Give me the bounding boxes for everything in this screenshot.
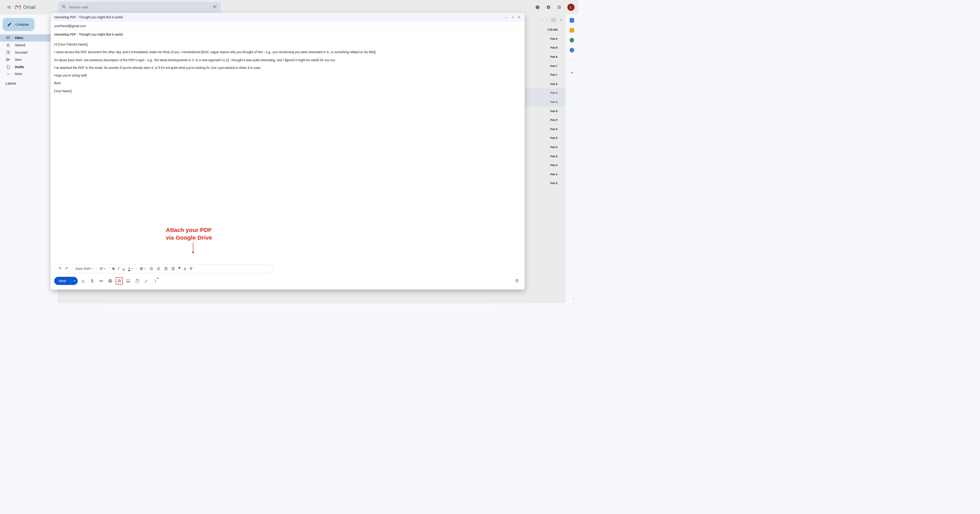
- mail-date: Feb 5: [550, 127, 562, 131]
- clock-icon: [6, 51, 10, 55]
- confidential-mode-button[interactable]: [134, 277, 141, 285]
- font-family-select[interactable]: Sans Serif▼: [75, 267, 93, 270]
- gmail-logo[interactable]: Gmail: [15, 3, 36, 11]
- image-icon: [126, 279, 131, 283]
- chevron-down-icon: [6, 72, 10, 76]
- sidebar-item-starred[interactable]: Starred: [0, 42, 55, 49]
- insert-link-button[interactable]: [98, 277, 105, 285]
- trash-icon: [515, 279, 519, 283]
- pagination-next[interactable]: ›: [546, 18, 547, 21]
- undo-button[interactable]: [57, 267, 62, 271]
- align-button[interactable]: ▼: [139, 267, 146, 271]
- keep-addon-icon[interactable]: [570, 28, 574, 33]
- annotation-arrow-icon: [193, 243, 193, 253]
- lock-icon: [135, 279, 139, 283]
- pen-icon: [144, 279, 149, 283]
- search-options-icon[interactable]: [212, 5, 217, 10]
- minimize-button[interactable]: —: [504, 16, 508, 19]
- strikethrough-button[interactable]: S: [184, 267, 186, 271]
- mail-date: Feb 5: [550, 155, 562, 158]
- get-addons-button[interactable]: +: [570, 70, 573, 75]
- insert-emoji-button[interactable]: [106, 277, 114, 285]
- search-icon: [62, 5, 66, 10]
- close-button[interactable]: ✕: [517, 16, 521, 19]
- annotation-callout: Attach your PDF via Google Drive: [166, 226, 212, 241]
- file-icon: [6, 65, 10, 69]
- discard-draft-button[interactable]: [514, 277, 521, 285]
- mail-date: Feb 5: [550, 145, 562, 148]
- bulleted-list-button[interactable]: [157, 267, 161, 271]
- mail-date: Feb 3: [550, 182, 562, 185]
- mail-date: Feb 6: [550, 109, 562, 113]
- hamburger-icon: [7, 5, 11, 10]
- compose-label: Compose: [15, 23, 29, 26]
- compose-dialog-title: Interesting PDF - Thought you might find…: [54, 16, 123, 19]
- input-tools-icon[interactable]: あ: [551, 18, 556, 22]
- support-button[interactable]: [533, 3, 542, 12]
- input-tools-dropdown[interactable]: ▼: [560, 19, 562, 21]
- google-drive-icon: [117, 279, 121, 283]
- subject-row[interactable]: [51, 30, 524, 39]
- compose-dialog-header[interactable]: Interesting PDF - Thought you might find…: [51, 13, 524, 22]
- inbox-icon: [6, 36, 10, 40]
- pencil-icon: [7, 22, 12, 27]
- recipient-chip[interactable]: yourfriend@gmail.com: [54, 24, 86, 28]
- search-bar[interactable]: [58, 2, 221, 13]
- underline-button[interactable]: U: [122, 267, 125, 271]
- formatting-options-button[interactable]: A: [79, 277, 87, 285]
- gmail-logo-text: Gmail: [23, 4, 35, 10]
- main-menu-button[interactable]: [3, 2, 14, 13]
- indent-more-button[interactable]: [171, 267, 175, 271]
- contacts-addon-icon[interactable]: [570, 48, 574, 52]
- account-avatar[interactable]: L: [567, 3, 575, 11]
- compose-action-row: Send ▼ A: [51, 276, 524, 289]
- remove-formatting-button[interactable]: [189, 267, 193, 271]
- fullscreen-toggle-button[interactable]: ⤢: [511, 16, 515, 19]
- insert-photo-button[interactable]: [124, 277, 132, 285]
- mail-date: Feb 5: [550, 118, 562, 121]
- quote-button[interactable]: ❞: [178, 266, 181, 271]
- subject-input[interactable]: [54, 33, 521, 36]
- bold-button[interactable]: B: [112, 267, 115, 271]
- compose-button[interactable]: Compose: [3, 18, 34, 31]
- gear-icon: [546, 5, 551, 10]
- insert-drive-file-button[interactable]: [116, 277, 123, 285]
- tasks-addon-icon[interactable]: [570, 38, 574, 42]
- mail-date: Feb 7: [550, 64, 562, 67]
- indent-less-button[interactable]: [164, 267, 168, 271]
- compose-body[interactable]: Hi [Your Friend's Name], I came across t…: [51, 39, 524, 264]
- sidebar: Compose Inbox Starred Snoozed Sent Draft…: [0, 15, 58, 304]
- gmail-icon: [15, 3, 22, 11]
- text-color-button[interactable]: A▼: [128, 266, 133, 271]
- sidebar-item-inbox[interactable]: Inbox: [0, 34, 55, 42]
- more-options-button[interactable]: [152, 277, 159, 285]
- sidebar-item-more[interactable]: More: [0, 70, 55, 78]
- mail-date: Feb 7: [550, 73, 562, 76]
- attach-file-button[interactable]: [88, 277, 96, 285]
- calendar-addon-icon[interactable]: [570, 18, 574, 23]
- font-size-button[interactable]: тT ▼: [100, 267, 106, 270]
- side-panel: + ›: [565, 15, 578, 304]
- send-options-dropdown[interactable]: ▼: [70, 277, 77, 285]
- mail-date: Feb 4: [550, 173, 562, 176]
- sidebar-item-sent[interactable]: Sent: [0, 56, 55, 63]
- link-icon: [99, 279, 103, 283]
- apps-button[interactable]: [555, 3, 564, 12]
- send-button[interactable]: Send ▼: [54, 277, 78, 285]
- mail-date: Feb 6: [550, 91, 562, 95]
- italic-button[interactable]: I: [118, 267, 119, 271]
- numbered-list-button[interactable]: [149, 267, 154, 271]
- recipients-row[interactable]: yourfriend@gmail.com: [51, 22, 524, 30]
- paperclip-icon: [90, 279, 94, 283]
- sidebar-item-snoozed[interactable]: Snoozed: [0, 49, 55, 56]
- redo-button[interactable]: [65, 267, 69, 271]
- insert-signature-button[interactable]: [143, 277, 150, 285]
- mail-date: 7:30 AM: [547, 28, 562, 31]
- side-panel-toggle[interactable]: ›: [573, 297, 574, 301]
- search-input[interactable]: [69, 5, 212, 10]
- sidebar-item-drafts[interactable]: Drafts: [0, 63, 55, 70]
- mail-date: Feb 8: [550, 55, 562, 58]
- settings-button[interactable]: [544, 3, 553, 12]
- star-icon: [6, 43, 10, 47]
- pagination-prev[interactable]: ‹: [541, 18, 542, 21]
